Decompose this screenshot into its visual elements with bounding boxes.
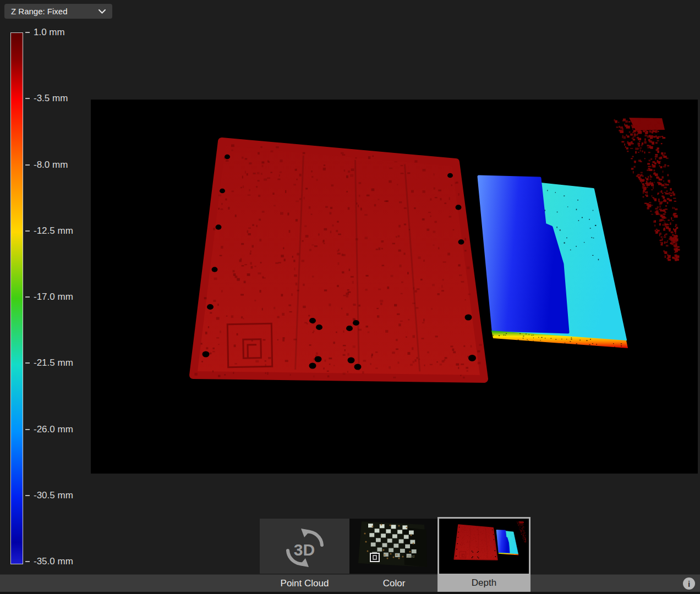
tab-point-cloud-label[interactable]: Point Cloud [260, 575, 349, 592]
svg-text:zivid: zivid [407, 554, 414, 558]
color-image-thumbnail: zivid [349, 519, 439, 574]
tick-dash [25, 429, 30, 430]
colorbar-tick: -3.5 mm [25, 93, 68, 104]
tab-color-label[interactable]: Color [349, 575, 439, 592]
bottom-strip [0, 592, 700, 594]
tick-label: -21.5 mm [34, 358, 73, 369]
colorbar-tick: -26.0 mm [25, 424, 73, 435]
tick-label: 1.0 mm [34, 27, 65, 38]
tick-label: -3.5 mm [34, 93, 68, 104]
tick-dash [25, 296, 30, 298]
tab-depth-label: Depth [438, 574, 531, 592]
thumbnail-depth[interactable] [439, 519, 529, 574]
tab-depth-selected[interactable]: Depth [438, 517, 531, 592]
colorbar-tick: -8.0 mm [25, 160, 68, 170]
tick-label: -35.0 mm [34, 556, 73, 567]
tick-label: -26.0 mm [34, 424, 73, 435]
rotate-3d-icon: 3D [260, 519, 349, 574]
chevron-down-icon [99, 9, 106, 14]
colorbar-tick: -21.5 mm [25, 358, 73, 369]
filmstrip-bar: Point Cloud Color i [0, 574, 700, 592]
depth-image [91, 100, 698, 474]
tick-dash [25, 164, 30, 166]
tick-dash [25, 98, 30, 99]
depth-image-viewport[interactable] [91, 100, 698, 474]
tick-dash [25, 362, 30, 364]
tick-label: -17.0 mm [34, 292, 73, 302]
colorbar-tick: 1.0 mm [25, 27, 65, 38]
tick-dash [25, 230, 30, 232]
z-range-dropdown[interactable]: Z Range: Fixed [4, 4, 112, 19]
info-button[interactable]: i [683, 578, 695, 590]
tick-dash [25, 495, 30, 496]
tick-dash [25, 32, 30, 33]
tick-label: -30.5 mm [34, 490, 73, 501]
depth-colorbar [10, 32, 23, 564]
colorbar-tick: -12.5 mm [25, 226, 73, 237]
tick-label: -8.0 mm [34, 160, 68, 170]
depth-image-thumbnail [439, 519, 529, 574]
z-range-label: Z Range: Fixed [11, 7, 99, 16]
thumbnail-color[interactable]: zivid [349, 519, 439, 574]
colorbar-tick: -30.5 mm [25, 490, 73, 501]
tick-label: -12.5 mm [34, 226, 73, 237]
thumbnail-point-cloud[interactable]: 3D [260, 519, 349, 574]
colorbar-tick: -35.0 mm [25, 556, 73, 567]
colorbar-tick: -17.0 mm [25, 292, 73, 302]
svg-text:3D: 3D [294, 541, 315, 559]
tick-dash [25, 561, 30, 562]
